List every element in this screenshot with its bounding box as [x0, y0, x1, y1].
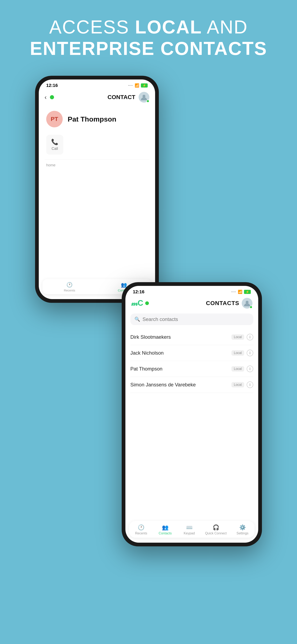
contact-right-2: Local i	[231, 366, 253, 372]
app-logo: 𝓂C	[131, 299, 143, 308]
contact-initials-circle: PT	[46, 111, 63, 127]
call-section: 📞 Call	[39, 132, 155, 158]
avatar-back	[139, 92, 149, 102]
bottom-nav-front: 🕐 Recents 👥 Contacts ⌨️ Keypad 🎧 Quick C…	[129, 521, 255, 538]
info-button-0[interactable]: i	[247, 334, 253, 340]
phone-icon: 📞	[51, 138, 58, 145]
detail-section-label: home	[39, 162, 155, 169]
svg-point-1	[246, 301, 249, 304]
status-icons-front: ···· 📶 ⚡	[231, 290, 251, 294]
time-back: 12:16	[46, 83, 58, 88]
settings-icon: ⚙️	[239, 524, 246, 531]
status-dot-back	[50, 95, 54, 99]
headline-and: AND	[202, 17, 248, 37]
nav-recents[interactable]: 🕐 Recents	[133, 524, 149, 535]
headline-local: LOCAL	[135, 17, 202, 37]
battery-icon-front: ⚡	[244, 290, 251, 294]
contacts-header-title: CONTACTS	[206, 300, 239, 306]
headline-access: ACCESS	[49, 17, 135, 37]
app-header-front: 𝓂C CONTACTS	[125, 296, 258, 312]
contact-right-3: Local i	[231, 382, 253, 388]
phones-container: 12:16 ···· 📶 ⚡ ‹ CONTACT	[35, 76, 262, 571]
contact-header-title: CONTACT	[107, 94, 135, 100]
local-badge-1: Local	[231, 350, 244, 356]
quick-connect-label: Quick Connect	[205, 532, 227, 535]
online-dot-back	[146, 100, 149, 102]
search-bar[interactable]: 🔍	[130, 314, 253, 325]
signal-icon-back: ····	[128, 84, 133, 87]
contact-list: Dirk Slootmaekers Local i Jack Nicholson…	[125, 329, 258, 393]
headline: ACCESS LOCAL AND ENTERPRISE CONTACTS	[30, 16, 267, 59]
phone-back-screen: 12:16 ···· 📶 ⚡ ‹ CONTACT	[39, 80, 155, 299]
contact-row[interactable]: Simon Janssens de Varebeke Local i	[130, 377, 253, 393]
contact-row[interactable]: Pat Thompson Local i	[130, 361, 253, 377]
contact-row[interactable]: Jack Nicholson Local i	[130, 345, 253, 361]
phone-front-screen: 12:16 ···· 📶 ⚡ 𝓂C CONTACTS	[125, 286, 258, 543]
wifi-icon-front: 📶	[238, 290, 242, 294]
contacts-label: Contacts	[159, 532, 172, 535]
contact-name-2: Pat Thompson	[130, 366, 163, 372]
status-bar-back: 12:16 ···· 📶 ⚡	[39, 80, 155, 90]
contact-name-1: Jack Nicholson	[130, 350, 164, 356]
contact-name-3: Simon Janssens de Varebeke	[130, 382, 196, 388]
contact-row[interactable]: Dirk Slootmaekers Local i	[130, 329, 253, 345]
info-button-3[interactable]: i	[247, 382, 253, 388]
status-bar-front: 12:16 ···· 📶 ⚡	[125, 286, 258, 296]
recents-icon: 🕐	[138, 524, 144, 531]
svg-point-0	[143, 95, 145, 98]
info-button-1[interactable]: i	[247, 350, 253, 356]
local-badge-3: Local	[231, 382, 244, 388]
recents-label: Recents	[135, 532, 147, 535]
status-icons-back: ···· 📶 ⚡	[128, 83, 148, 88]
contact-right-0: Local i	[231, 334, 253, 340]
nav-recents-back[interactable]: 🕐 Recents	[64, 282, 75, 292]
local-badge-0: Local	[231, 334, 244, 340]
back-button[interactable]: ‹	[44, 94, 47, 101]
contact-name-0: Dirk Slootmaekers	[130, 334, 171, 340]
contact-right-1: Local i	[231, 350, 253, 356]
nav-quick-connect[interactable]: 🎧 Quick Connect	[205, 524, 227, 535]
keypad-label: Keypad	[184, 532, 195, 535]
call-button[interactable]: 📞 Call	[46, 135, 63, 154]
search-icon: 🔍	[134, 317, 140, 322]
contacts-icon: 👥	[162, 524, 169, 531]
nav-contacts[interactable]: 👥 Contacts	[157, 524, 173, 535]
headline-line1: ACCESS LOCAL AND	[30, 16, 267, 38]
phone-back: 12:16 ···· 📶 ⚡ ‹ CONTACT	[35, 76, 159, 303]
keypad-icon: ⌨️	[186, 524, 193, 531]
nav-keypad[interactable]: ⌨️ Keypad	[181, 524, 198, 535]
quick-connect-icon: 🎧	[213, 524, 219, 531]
logo-area: 𝓂C	[131, 299, 149, 308]
time-front: 12:16	[133, 289, 144, 294]
signal-icon-front: ····	[231, 290, 236, 294]
call-label: Call	[51, 146, 58, 151]
recents-label-back: Recents	[64, 288, 75, 292]
wifi-icon-back: 📶	[135, 83, 139, 88]
contacts-icon-back: 👥	[121, 282, 127, 288]
online-dot-front	[250, 306, 253, 308]
recents-icon-back: 🕐	[66, 282, 73, 288]
battery-icon-back: ⚡	[141, 84, 148, 88]
avatar-front	[242, 298, 253, 308]
info-button-2[interactable]: i	[247, 366, 253, 372]
headline-line2: ENTERPRISE CONTACTS	[30, 38, 267, 60]
nav-settings[interactable]: ⚙️ Settings	[234, 524, 251, 535]
phone-front: 12:16 ···· 📶 ⚡ 𝓂C CONTACTS	[122, 282, 262, 546]
status-dot-front	[145, 301, 149, 305]
contact-detail-name: Pat Thompson	[68, 115, 116, 123]
search-input[interactable]	[143, 316, 249, 322]
header-right-front: CONTACTS	[206, 298, 253, 308]
back-nav: ‹ CONTACT	[39, 90, 155, 105]
settings-label: Settings	[237, 532, 249, 535]
contact-detail-header: PT Pat Thompson	[39, 105, 155, 132]
local-badge-2: Local	[231, 366, 244, 372]
